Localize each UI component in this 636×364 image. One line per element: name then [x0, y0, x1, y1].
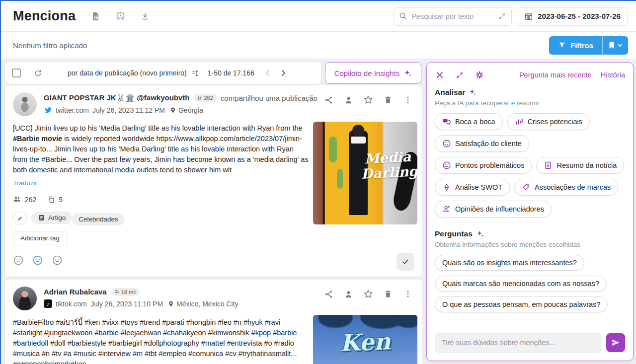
tag-chip[interactable]: Celebridades [72, 213, 125, 225]
author-name[interactable]: GIANT POPSTAR JK🐰🏛️ @fawkyoubvth [44, 93, 189, 102]
people-icon [197, 95, 202, 101]
question-chip[interactable]: Quais são os insights mais interessantes… [435, 255, 584, 271]
copilot-panel: Pergunta mais recente História Analisar … [426, 62, 634, 361]
location-pin-icon [169, 106, 176, 114]
star-icon[interactable] [363, 289, 374, 299]
sentiment-negative-icon[interactable] [52, 255, 63, 266]
expand-panel-icon[interactable] [455, 70, 465, 80]
reach-stat: 262 [13, 195, 36, 204]
author-profile-icon[interactable] [343, 94, 354, 105]
add-tag-button[interactable]: Adicionar tag [13, 231, 67, 245]
filters-label: Filtros [570, 41, 593, 50]
tiktok-icon: ♪ [44, 299, 52, 308]
download-icon[interactable] [139, 10, 151, 22]
question-chip[interactable]: Quais marcas são mencionadas com as noss… [435, 276, 607, 291]
edit-tags-icon[interactable] [13, 212, 27, 225]
tag-chip[interactable]: Artigo [31, 212, 72, 224]
sparkle-icon [476, 230, 484, 238]
mention-image[interactable]: Ken [313, 315, 417, 364]
analyze-chip[interactable]: Satisfação do cliente [435, 135, 529, 152]
saved-filters-button[interactable] [602, 36, 628, 55]
sentiment-neutral-icon-selected[interactable] [32, 255, 43, 266]
share-icon[interactable] [323, 289, 334, 299]
avatar[interactable] [13, 92, 37, 116]
list-toolbar: por data de publicação (novo primeiro) 1… [5, 62, 321, 84]
gear-icon[interactable] [475, 70, 484, 80]
avatar[interactable] [13, 287, 37, 310]
confirm-check-button[interactable] [397, 253, 414, 271]
main-area: por data de publicação (novo primeiro) 1… [1, 59, 636, 364]
page-title: Menciona [13, 8, 76, 24]
question-chip[interactable]: O que as pessoas pensam, em poucas palav… [435, 296, 608, 312]
analyze-chip[interactable]: Crises potenciais [507, 113, 590, 130]
image-caption: Media Darling [360, 149, 416, 182]
pagination-label: 1-50 de 17.166 [208, 69, 254, 77]
analyze-title: Analisar [435, 88, 465, 97]
sort-selector[interactable]: por data de publicação (novo primeiro) [68, 69, 187, 77]
mention-location: Geórgia [178, 106, 203, 114]
filters-button[interactable]: Filtros [549, 36, 602, 55]
location-pin-icon [167, 300, 174, 308]
kebab-menu-icon[interactable] [402, 94, 413, 105]
author-name[interactable]: Adrian Rubalcava [44, 288, 107, 296]
mention-text: #BarbieFiltro #aiบาร์บี้ #ken #vixx #toy… [13, 317, 311, 364]
mention-date: July 26, 2023 11:10 PM [90, 300, 163, 308]
refresh-icon[interactable] [32, 67, 44, 79]
expand-search-icon[interactable] [497, 12, 506, 21]
analyze-chip[interactable]: Boca a boca [435, 113, 503, 130]
search-input[interactable] [411, 12, 493, 20]
analyze-chip[interactable]: Resumo da notícia [536, 157, 624, 174]
next-page-icon[interactable] [277, 67, 290, 79]
translate-link[interactable]: Traduzir [13, 179, 37, 187]
star-icon[interactable] [363, 94, 374, 105]
report-icon[interactable] [89, 10, 101, 22]
kebab-menu-icon[interactable] [402, 289, 413, 299]
author-profile-icon[interactable] [343, 289, 354, 299]
question-chips: Quais são os insights mais interessantes… [435, 255, 625, 312]
date-range-button[interactable]: 2023-06-25 - 2023-07-26 [517, 7, 628, 26]
search-box [394, 7, 512, 26]
latest-question-link[interactable]: Pergunta mais recente [519, 71, 592, 79]
sentiment-positive-icon[interactable] [13, 255, 24, 266]
prev-page-icon[interactable] [261, 67, 274, 79]
image-caption: Ken [313, 327, 417, 357]
tag-chips-container: ArtigoCelebridades [31, 212, 125, 225]
source-link[interactable]: tiktok.com [56, 300, 87, 308]
copies-stat: 5 [47, 196, 63, 204]
check-icon [401, 257, 410, 266]
chevron-down-icon [618, 44, 623, 47]
analyze-chip[interactable]: Opiniões de influenciadores [435, 201, 552, 218]
trash-icon[interactable] [383, 289, 394, 299]
filter-bar: Nenhum filtro aplicado Filtros [1, 32, 636, 59]
presentation-icon[interactable] [114, 10, 126, 22]
questions-title: Perguntas [435, 229, 473, 238]
analyze-chip[interactable]: Pontos problemáticos [435, 157, 532, 174]
mention-image[interactable]: Media Darling [313, 122, 417, 224]
sparkle-icon [403, 69, 412, 77]
people-icon [114, 289, 120, 294]
sort-direction-icon[interactable] [191, 68, 201, 78]
date-range-value: 2023-06-25 - 2023-07-26 [538, 12, 621, 20]
mention-date: July 26, 2023 11:12 PM [92, 106, 165, 114]
close-icon[interactable] [435, 70, 445, 80]
top-header: Menciona 2023-06-25 - 2023-07-26 [1, 1, 636, 32]
copilot-insights-button[interactable]: Copiloto de Insights [325, 62, 421, 84]
send-icon[interactable] [606, 333, 625, 352]
questions-subtitle: Obtenha informações sobre menções escolh… [435, 241, 625, 248]
followers-badge: 18 mil [111, 288, 139, 296]
mention-text: [UCC] Jimin lives up to his 'Media Darli… [13, 123, 309, 175]
share-note: compartilhou uma publicação [221, 94, 318, 102]
trash-icon[interactable] [383, 94, 394, 105]
analyze-chip[interactable]: Associações de marcas [514, 179, 618, 196]
twitter-icon [44, 106, 52, 114]
analyze-chip[interactable]: Análise SWOT [435, 179, 510, 196]
history-link[interactable]: História [601, 71, 625, 79]
bookmark-icon [608, 41, 615, 49]
select-all-checkbox[interactable] [12, 69, 21, 77]
copilot-question-input[interactable] [435, 333, 601, 353]
people-icon [13, 195, 21, 204]
share-icon[interactable] [323, 94, 334, 105]
copy-icon [47, 196, 55, 204]
copilot-insights-label: Copiloto de Insights [334, 69, 400, 77]
source-link[interactable]: twitter.com [56, 106, 89, 114]
